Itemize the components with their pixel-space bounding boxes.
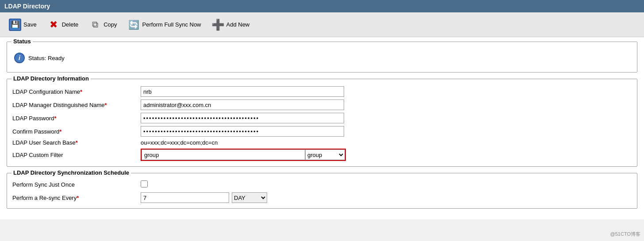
ldap-info-section: LDAP Directory Information LDAP Configur…: [7, 79, 637, 167]
ldap-password-input[interactable]: [141, 113, 344, 123]
delete-button[interactable]: ✖ Delete: [43, 17, 83, 33]
save-button[interactable]: 💾 Save: [4, 17, 41, 33]
status-section: Status i Status: Ready: [7, 42, 637, 73]
perform-sync-once-label: Perform Sync Just Once: [12, 181, 136, 188]
status-section-title: Status: [12, 38, 33, 45]
ldap-config-name-input[interactable]: [141, 86, 344, 97]
required-star-6: *: [77, 195, 79, 201]
ldap-form-grid: LDAP Configuration Name* LDAP Manager Di…: [12, 86, 632, 161]
required-star-1: *: [80, 88, 82, 95]
confirm-password-label: Confirm Password*: [12, 128, 136, 135]
content-area: Status i Status: Ready LDAP Directory In…: [0, 37, 644, 219]
schedule-form-grid: Perform Sync Just Once Perform a Re-sync…: [12, 180, 632, 203]
copy-icon: ⧉: [89, 19, 101, 31]
filter-row: group user: [141, 149, 632, 161]
sync-button[interactable]: 🔄 Perform Full Sync Now: [123, 17, 206, 33]
schedule-section-title: LDAP Directory Synchronization Schedule: [12, 169, 131, 176]
perform-resync-label: Perform a Re-sync Every*: [12, 195, 136, 201]
ldap-custom-filter-select[interactable]: group user: [305, 149, 345, 160]
confirm-password-input[interactable]: [141, 126, 344, 137]
page-title: LDAP Directory: [4, 3, 50, 10]
ldap-manager-dn-label: LDAP Manager Distinguished Name*: [12, 102, 136, 108]
ldap-password-label: LDAP Password*: [12, 115, 136, 122]
status-row: i Status: Ready: [12, 49, 632, 67]
ldap-info-title: LDAP Directory Information: [12, 75, 91, 82]
ldap-manager-dn-input[interactable]: [141, 99, 344, 110]
save-icon: 💾: [9, 19, 21, 31]
sync-icon: 🔄: [128, 19, 140, 31]
ldap-custom-filter-label: LDAP Custom Filter: [12, 152, 136, 158]
ldap-search-base-value: ou=xxx;dc=xxx;dc=com;dc=cn: [141, 139, 218, 146]
resync-row: DAY WEEK MONTH: [141, 192, 632, 203]
required-star-2: *: [105, 102, 107, 108]
title-bar: LDAP Directory: [0, 0, 644, 12]
info-icon: i: [14, 53, 25, 63]
required-star-3: *: [54, 115, 56, 122]
schedule-section: LDAP Directory Synchronization Schedule …: [7, 173, 637, 209]
perform-sync-once-checkbox[interactable]: [141, 180, 148, 187]
required-star-4: *: [59, 128, 61, 135]
filter-input-container: group user: [141, 149, 346, 161]
ldap-search-base-label: LDAP User Search Base*: [12, 139, 136, 146]
resync-unit-select[interactable]: DAY WEEK MONTH: [232, 192, 267, 203]
delete-icon: ✖: [47, 19, 60, 31]
ldap-config-name-label: LDAP Configuration Name*: [12, 88, 136, 95]
toolbar: 💾 Save ✖ Delete ⧉ Copy 🔄 Perform Full Sy…: [0, 12, 644, 37]
ldap-custom-filter-input[interactable]: [142, 149, 305, 160]
status-text: Status: Ready: [28, 55, 65, 61]
required-star-5: *: [76, 139, 78, 146]
copy-button[interactable]: ⧉ Copy: [84, 17, 121, 33]
add-icon: ➕: [212, 19, 224, 31]
resync-value-input[interactable]: [141, 192, 229, 203]
add-new-button[interactable]: ➕ Add New: [207, 17, 254, 33]
